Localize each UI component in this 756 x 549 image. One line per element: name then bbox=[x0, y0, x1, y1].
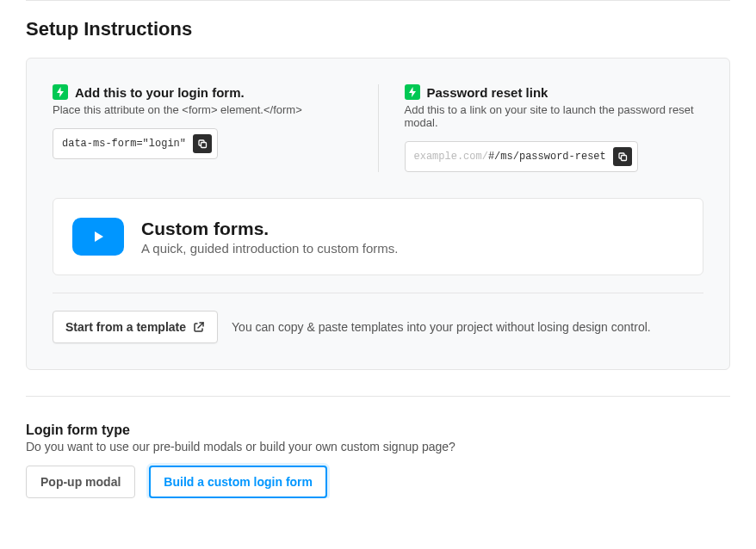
copy-icon bbox=[617, 151, 628, 162]
login-form-title: Add this to your login form. bbox=[75, 85, 245, 100]
bolt-icon bbox=[405, 84, 420, 100]
section-title: Setup Instructions bbox=[26, 18, 730, 40]
popup-modal-option[interactable]: Pop-up modal bbox=[26, 466, 135, 498]
divider bbox=[26, 0, 730, 1]
external-link-icon bbox=[193, 321, 205, 333]
password-reset-title: Password reset link bbox=[427, 85, 548, 100]
login-form-instruction: Add this to your login form. Place this … bbox=[53, 84, 352, 172]
login-form-type-section: Login form type Do you want to use our p… bbox=[26, 423, 730, 498]
code-prefix: example.com/ bbox=[414, 151, 488, 163]
start-from-template-button[interactable]: Start from a template bbox=[53, 311, 218, 343]
password-reset-code-box: example.com/#/ms/password-reset bbox=[405, 141, 638, 172]
password-reset-subtitle: Add this to a link on your site to launc… bbox=[405, 103, 704, 129]
divider bbox=[26, 396, 730, 397]
copy-button[interactable] bbox=[613, 147, 632, 166]
bolt-icon bbox=[53, 84, 68, 100]
template-description: You can copy & paste templates into your… bbox=[232, 320, 651, 334]
play-icon bbox=[91, 230, 105, 244]
video-title: Custom forms. bbox=[141, 219, 398, 239]
svg-rect-3 bbox=[621, 156, 626, 161]
copy-icon bbox=[197, 139, 208, 149]
divider bbox=[53, 293, 703, 293]
copy-button[interactable] bbox=[193, 134, 212, 153]
login-form-subtitle: Place this attribute on the <form> eleme… bbox=[53, 103, 352, 116]
video-card: Custom forms. A quick, guided introducti… bbox=[53, 198, 703, 275]
password-reset-code: #/ms/password-reset bbox=[488, 151, 606, 163]
login-form-code-box: data-ms-form="login" bbox=[53, 128, 218, 159]
instructions-panel: Add this to your login form. Place this … bbox=[26, 58, 730, 370]
template-button-label: Start from a template bbox=[65, 320, 186, 334]
login-form-code: data-ms-form="login" bbox=[62, 138, 186, 150]
video-subtitle: A quick, guided introduction to custom f… bbox=[141, 241, 398, 256]
form-type-title: Login form type bbox=[26, 423, 730, 438]
custom-login-form-option[interactable]: Build a custom login form bbox=[149, 466, 327, 498]
play-button[interactable] bbox=[72, 218, 124, 256]
svg-rect-1 bbox=[201, 143, 207, 148]
form-type-subtitle: Do you want to use our pre-build modals … bbox=[26, 440, 730, 453]
password-reset-instruction: Password reset link Add this to a link o… bbox=[378, 84, 704, 172]
